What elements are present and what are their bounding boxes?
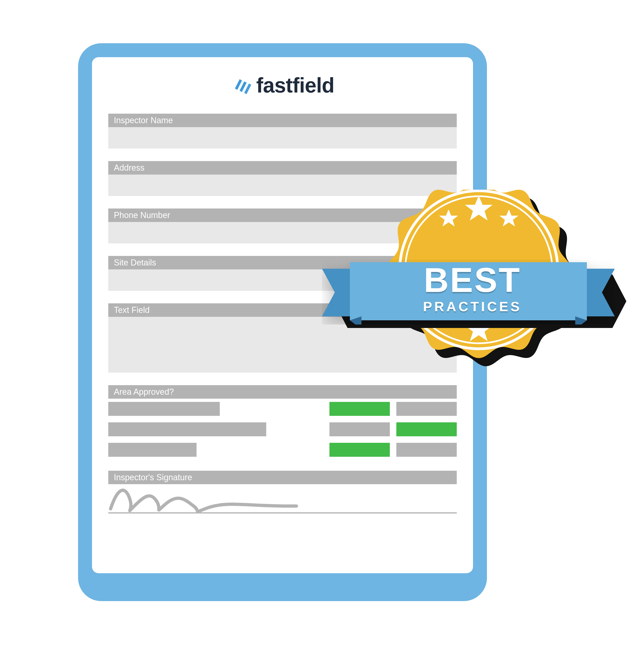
label-area-approved: Area Approved?: [108, 385, 457, 399]
input-address[interactable]: [108, 175, 457, 196]
label-signature: Inspector's Signature: [108, 471, 457, 484]
label-inspector-name: Inspector Name: [108, 114, 457, 127]
approved-rows: [108, 402, 457, 457]
approved-row-3-label: [108, 443, 196, 457]
field-site-details: Site Details: [108, 256, 457, 291]
approved-row-1-yes[interactable]: [329, 402, 390, 416]
approved-row-3: [108, 443, 457, 457]
approved-row-1-label: [108, 402, 220, 416]
field-text: Text Field: [108, 303, 457, 373]
approved-row-1: [108, 402, 457, 416]
field-inspector-name: Inspector Name: [108, 114, 457, 148]
approved-row-3-no[interactable]: [396, 443, 457, 457]
field-phone: Phone Number: [108, 208, 457, 243]
label-phone: Phone Number: [108, 208, 457, 222]
input-inspector-name[interactable]: [108, 127, 457, 148]
field-address: Address: [108, 161, 457, 196]
field-area-approved: Area Approved?: [108, 385, 457, 457]
label-site-details: Site Details: [108, 256, 457, 269]
approved-row-2-label: [108, 422, 266, 436]
approved-row-1-no[interactable]: [396, 402, 457, 416]
input-phone[interactable]: [108, 222, 457, 243]
approved-row-2-no[interactable]: [396, 422, 457, 436]
label-text: Text Field: [108, 303, 457, 317]
brand-logo: fastfield: [108, 73, 457, 97]
brand-logo-icon: [231, 75, 252, 96]
tablet-frame: fastfield Inspector Name Address Phone N…: [78, 43, 487, 601]
approved-row-3-yes[interactable]: [329, 443, 390, 457]
approved-row-2: [108, 422, 457, 436]
signature-pad[interactable]: [108, 485, 457, 514]
label-address: Address: [108, 161, 457, 175]
form-surface: fastfield Inspector Name Address Phone N…: [92, 57, 473, 573]
brand-name: fastfield: [256, 73, 334, 97]
field-signature: Inspector's Signature: [108, 471, 457, 514]
signature-scribble-icon: [108, 483, 299, 516]
approved-row-2-yes[interactable]: [329, 422, 390, 436]
input-site-details[interactable]: [108, 269, 457, 291]
input-text-field[interactable]: [108, 317, 457, 373]
